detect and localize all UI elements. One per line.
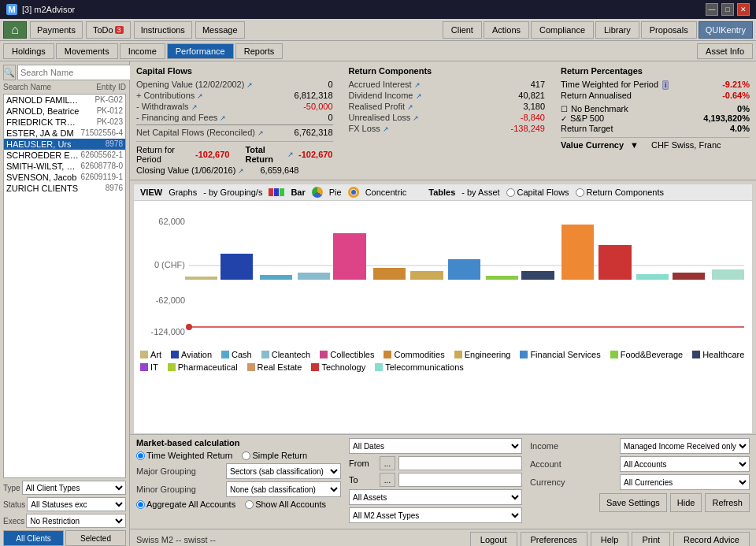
chart-area: VIEW Graphs - by Grouping/s Bar Pie [133,184,753,434]
legend-color-box [168,363,176,371]
client-list-item[interactable]: ARNOLD, BeatricePK-012 [4,106,125,117]
legend-color-box [247,363,255,371]
type-select[interactable]: All Client Types [22,481,126,495]
record-advice-button[interactable]: Record Advice [673,532,750,547]
client-list-item[interactable]: HAEUSLER, Urs8978 [4,139,125,150]
to-calendar-button[interactable]: ... [380,473,395,487]
return-components-title: Return Components [349,66,546,76]
fx-value: -138,249 [482,124,545,133]
to-date-input[interactable] [398,473,522,487]
contributions-link-icon[interactable]: ↗ [197,92,203,100]
client-nav-button[interactable]: Client [443,21,482,39]
show-radio-label[interactable]: Show All Accounts [245,500,326,509]
withdrawals-link-icon[interactable]: ↗ [191,103,198,111]
withdrawals-label: - Withdrawals ↗ [136,102,198,111]
execs-select[interactable]: No Restriction [26,514,126,528]
legend-item: Real Estate [247,362,302,372]
app-title: [3] m2Advisor [22,5,75,14]
client-list-item[interactable]: FRIEDRICK TRUSTPK-023 [4,117,125,128]
client-list-item[interactable]: SVENSON, Jacob62609119-1 [4,172,125,183]
hide-button[interactable]: Hide [670,493,702,512]
aggregate-radio-label[interactable]: Aggregate All Accounts [136,500,235,509]
total-return-link-icon[interactable]: ↗ [287,150,294,158]
to-label: To [349,475,376,485]
sp500-value: 4,193,820% [703,113,750,123]
close-button[interactable]: ✕ [737,3,750,16]
client-list-item[interactable]: ZURICH CLIENTS8976 [4,183,125,194]
client-name: ESTER, JA & DM [6,128,74,138]
chart-bar [294,184,330,280]
legend-color-box [520,351,528,358]
client-id: PK-G02 [94,95,123,105]
legend-color-box [171,351,179,358]
unrealised-value: -8,840 [482,113,545,122]
preferences-button[interactable]: Preferences [521,532,587,547]
income-select[interactable]: Managed Income Received only [620,438,750,454]
return-period-label: Return for Period [136,145,191,164]
chart-bar [708,184,744,280]
holdings-tab[interactable]: Holdings [3,43,54,59]
simple-return-radio[interactable] [242,451,250,460]
selected-button[interactable]: Selected [65,530,126,546]
all-m2-select[interactable]: All M2 Asset Types [349,507,522,523]
opening-link-icon[interactable]: ↗ [246,81,253,89]
quikentry-button[interactable]: QUIKentry [699,21,753,39]
actions-nav-button[interactable]: Actions [484,21,529,39]
show-radio[interactable] [245,500,254,509]
from-date-input[interactable] [398,456,522,470]
status-select[interactable]: All Statuses exc [27,497,126,511]
status-label: Status [3,500,25,509]
asset-info-button[interactable]: Asset Info [697,43,753,59]
chart-bar [482,184,518,280]
instructions-button[interactable]: Instructions [134,21,192,39]
message-button[interactable]: Message [195,21,245,39]
payments-button[interactable]: Payments [30,21,83,39]
account-select[interactable]: All Accounts [620,456,750,472]
legend-color-box [375,363,383,371]
proposals-nav-button[interactable]: Proposals [641,21,697,39]
capital-flows-col: Capital Flows Opening Value (12/02/2002)… [136,66,333,175]
compliance-nav-button[interactable]: Compliance [531,21,594,39]
return-period-value: -102,670 [195,150,229,159]
client-list-item[interactable]: ESTER, JA & DM71502556-4 [4,128,125,139]
net-link-icon[interactable]: ↗ [258,129,264,137]
client-name: HAEUSLER, Urs [6,139,72,149]
income-tab[interactable]: Income [120,43,165,59]
library-nav-button[interactable]: Library [595,21,639,39]
client-list-item[interactable]: ARNOLD FAMILY ...PK-G02 [4,95,125,106]
legend-label: Healthcare [702,350,744,359]
client-name: ARNOLD, Beatrice [6,106,79,116]
aggregate-radio[interactable] [136,500,145,509]
home-button[interactable]: ⌂ [3,21,27,39]
legend-color-box [221,351,229,358]
closing-link-icon[interactable]: ↗ [238,167,244,175]
performance-tab[interactable]: Performance [167,43,234,59]
major-grouping-select[interactable]: Sectors (sab classification) [226,463,341,479]
currency-select[interactable]: All Currencies [620,474,750,490]
print-button[interactable]: Print [632,532,670,547]
todo-button[interactable]: ToDo 3 [86,21,131,39]
from-calendar-button[interactable]: ... [380,456,395,470]
all-assets-select[interactable]: All Assets [349,489,522,505]
movements-tab[interactable]: Movements [56,43,118,59]
logout-button[interactable]: Logout [470,532,517,547]
chart-bar [670,184,706,280]
financing-link-icon[interactable]: ↗ [220,114,226,122]
reports-tab[interactable]: Reports [235,43,284,59]
search-input[interactable] [17,65,132,80]
client-list-item[interactable]: SCHROEDER EST...62605562-1 [4,150,125,161]
all-dates-select[interactable]: All Dates [349,438,522,454]
maximize-button[interactable]: □ [721,3,734,16]
info-button[interactable]: i [662,80,669,90]
all-clients-button[interactable]: All Clients [3,530,64,546]
refresh-button[interactable]: Refresh [705,493,750,512]
save-settings-button[interactable]: Save Settings [599,493,667,512]
simple-return-radio-label[interactable]: Simple Return [242,451,307,460]
time-weighted-radio-label[interactable]: Time Weighted Return [136,451,232,460]
search-icon-button[interactable]: 🔍 [3,65,16,80]
minor-grouping-select[interactable]: None (sab classification) [226,481,341,497]
time-weighted-radio[interactable] [136,451,145,460]
minimize-button[interactable]: — [706,3,718,16]
help-button[interactable]: Help [591,532,629,547]
client-list-item[interactable]: SMITH-WILST, Elis...62608778-0 [4,161,125,172]
